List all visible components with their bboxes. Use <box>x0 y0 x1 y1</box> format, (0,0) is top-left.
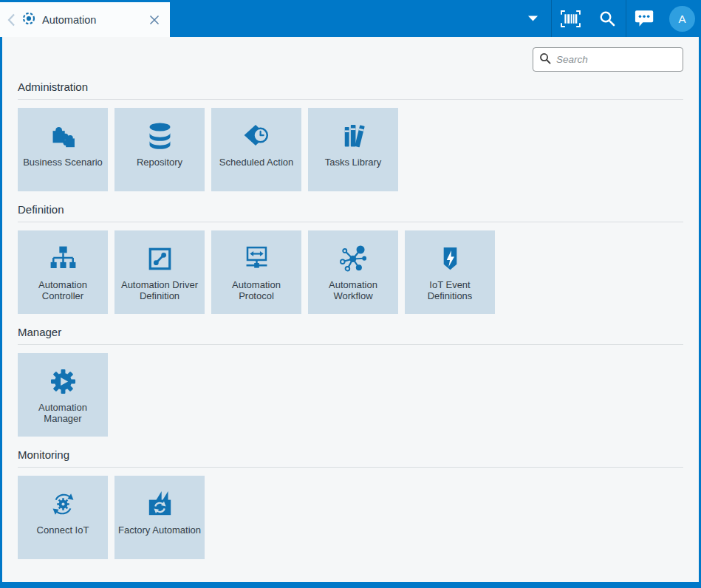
tile-tasks-library[interactable]: Tasks Library <box>308 108 398 191</box>
tile-label: Automation Workflow <box>308 279 398 302</box>
tile-label: Automation Driver Definition <box>114 279 205 302</box>
section-definition: Definition Automation Controller <box>18 203 683 314</box>
tile-label: Automation Controller <box>18 279 108 302</box>
gear-play-icon <box>46 363 81 400</box>
tab-label: Automation <box>42 14 143 26</box>
puzzle-icon <box>46 117 81 154</box>
shield-bolt-icon <box>433 240 468 277</box>
tab-automation[interactable]: Automation <box>0 2 170 37</box>
tile-iot-event-definitions[interactable]: IoT Event Definitions <box>405 230 495 314</box>
tile-label: Automation Manager <box>18 402 108 425</box>
search-box[interactable] <box>533 47 683 72</box>
search-input[interactable] <box>556 54 687 65</box>
tile-label: Business Scenario <box>21 157 105 168</box>
tile-label: Connect IoT <box>35 524 92 536</box>
chevron-down-icon[interactable] <box>514 0 551 37</box>
tile-business-scenario[interactable]: Business Scenario <box>18 108 108 191</box>
tile-label: IoT Event Definitions <box>405 279 495 302</box>
barcode-icon[interactable] <box>552 0 589 37</box>
tile-automation-workflow[interactable]: Automation Workflow <box>308 230 398 314</box>
bottom-bar <box>0 582 701 588</box>
chevron-left-icon[interactable] <box>7 13 16 27</box>
bullseye-icon <box>22 12 35 28</box>
tile-repository[interactable]: Repository <box>114 108 205 191</box>
tile-label: Automation Protocol <box>211 279 301 302</box>
clock-tag-icon <box>239 117 274 154</box>
avatar[interactable]: A <box>669 6 695 32</box>
org-chart-icon <box>46 240 81 277</box>
section-title: Monitoring <box>18 448 683 468</box>
tile-automation-controller[interactable]: Automation Controller <box>18 230 108 314</box>
tile-automation-manager[interactable]: Automation Manager <box>18 353 108 437</box>
tile-label: Factory Automation <box>116 524 203 536</box>
factory-sync-icon <box>143 485 177 522</box>
section-administration: Administration <box>18 81 683 191</box>
section-title: Manager <box>18 326 683 345</box>
tile-scheduled-action[interactable]: Scheduled Action <box>211 108 301 191</box>
tile-automation-driver-definition[interactable]: Automation Driver Definition <box>114 230 205 314</box>
tile-automation-protocol[interactable]: Automation Protocol <box>211 230 301 314</box>
monitor-arrows-icon <box>239 240 274 277</box>
tile-factory-automation[interactable]: Factory Automation <box>114 476 205 559</box>
tile-label: Scheduled Action <box>217 157 295 168</box>
books-icon <box>336 117 371 154</box>
tile-label: Tasks Library <box>323 157 384 168</box>
search-row <box>2 47 683 72</box>
section-title: Definition <box>18 203 683 222</box>
tile-label: Repository <box>134 157 185 168</box>
database-icon <box>143 117 177 154</box>
section-monitoring: Monitoring <box>18 448 683 559</box>
tile-connect-iot[interactable]: Connect IoT <box>18 476 108 559</box>
network-hub-icon <box>336 240 371 277</box>
header-actions: A <box>514 0 701 37</box>
search-icon[interactable] <box>589 0 626 37</box>
main-content: Administration <box>0 37 701 582</box>
link-nodes-icon <box>143 240 177 277</box>
section-manager: Manager <box>18 326 683 437</box>
search-icon <box>539 52 551 67</box>
top-header: Automation <box>0 0 701 37</box>
chat-icon[interactable] <box>626 0 663 37</box>
close-icon[interactable] <box>149 15 160 25</box>
gear-sync-icon <box>46 485 81 522</box>
section-title: Administration <box>18 81 683 100</box>
